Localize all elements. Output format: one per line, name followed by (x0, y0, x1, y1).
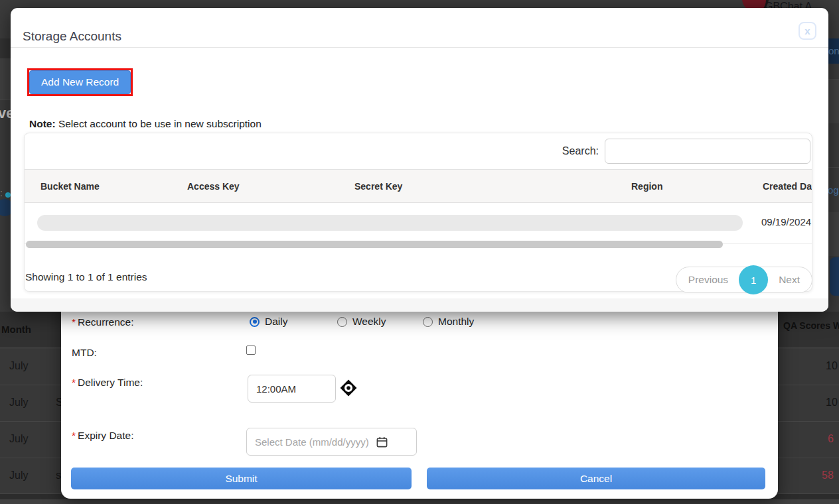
table-row: 58 (778, 458, 839, 494)
pagination-page-1[interactable]: 1 (739, 265, 768, 294)
search-row: Search: (25, 133, 812, 169)
pagination-previous[interactable]: Previous (676, 274, 740, 286)
table-row: July S (0, 385, 61, 422)
screen: GBChat A ve on og : Month July July S Ju… (0, 0, 839, 504)
column-header-secret-key[interactable]: Secret Key (339, 170, 615, 202)
radio-monthly-control[interactable] (423, 317, 433, 327)
add-new-record-button[interactable]: Add New Record (29, 70, 131, 94)
redacted-account-data (37, 215, 743, 231)
bg-table-header-month: Month (0, 312, 61, 348)
modal-footer (11, 298, 828, 312)
bg-divider (0, 99, 11, 100)
note-text: Note: Select account to be use in new su… (29, 118, 262, 130)
table-row: July (0, 422, 61, 458)
table-row: 10 (778, 349, 839, 385)
bg-dot-fragment (5, 192, 11, 198)
delivery-time-label: *Delivery Time: (72, 377, 143, 389)
table-row: 6 (778, 422, 839, 458)
column-header-access-key[interactable]: Access Key (171, 170, 339, 202)
expiry-date-input[interactable]: Select Date (mm/dd/yyyy) (246, 428, 417, 456)
bg-strip (0, 499, 839, 504)
search-label: Search: (562, 145, 599, 157)
subscription-form-modal: *Recurrence: Daily Weekly Monthly MTD: *… (61, 292, 778, 499)
showing-entries-text: Showing 1 to 1 of 1 entries (25, 271, 147, 283)
radio-daily-label: Daily (265, 316, 287, 328)
bg-divider (828, 167, 839, 168)
expiry-date-label: *Expiry Date: (72, 430, 133, 442)
created-date-cell: 09/19/2024 (761, 216, 811, 227)
bg-link-fragment: og (828, 184, 839, 196)
close-icon[interactable]: x (799, 22, 816, 40)
bg-band (0, 38, 11, 58)
delivery-time-input[interactable]: 12:00AM (248, 375, 336, 403)
bg-button-fragment: on (828, 38, 839, 64)
table-row: 10 (778, 385, 839, 422)
calendar-icon[interactable] (376, 436, 388, 448)
delivery-time-value: 12:00AM (256, 383, 296, 395)
time-picker-icon[interactable] (340, 379, 357, 397)
mtd-label: MTD: (72, 347, 97, 359)
bg-table-header-qa: QA Scores W (778, 312, 839, 348)
column-header-bucket-name[interactable]: Bucket Name (25, 170, 171, 202)
add-new-record-highlight: Add New Record (27, 68, 133, 96)
table-header-row: Bucket Name Access Key Secret Key Region… (25, 169, 812, 203)
table-row[interactable]: 09/19/2024 (25, 203, 812, 244)
bg-text-fragment: : (0, 188, 3, 198)
radio-weekly-control[interactable] (337, 317, 347, 327)
submit-button[interactable]: Submit (71, 468, 412, 489)
bg-button-fragment (830, 257, 839, 296)
note-label: Note: (29, 118, 56, 129)
bg-band (0, 58, 11, 99)
modal-header: Storage Accounts x (11, 8, 828, 48)
cancel-button[interactable]: Cancel (427, 468, 765, 489)
modal-title: Storage Accounts (23, 29, 121, 44)
table-row: July s (0, 458, 61, 494)
radio-monthly-label: Monthly (438, 316, 474, 328)
mtd-checkbox[interactable] (246, 346, 256, 355)
storage-accounts-modal: Storage Accounts x Add New Record Note: … (11, 8, 828, 312)
radio-monthly[interactable]: Monthly (423, 316, 474, 328)
column-header-created-date[interactable]: Created Date (747, 170, 812, 202)
horizontal-scrollbar[interactable] (26, 241, 723, 248)
bg-band (828, 80, 839, 123)
radio-daily[interactable]: Daily (250, 316, 287, 328)
required-asterisk: * (72, 377, 76, 388)
radio-daily-control[interactable] (250, 317, 260, 327)
search-input[interactable] (605, 139, 810, 164)
radio-weekly-label: Weekly (352, 316, 386, 328)
pagination: Previous 1 Next (676, 267, 812, 293)
recurrence-label: *Recurrence: (72, 316, 133, 328)
column-header-region[interactable]: Region (615, 170, 747, 202)
bg-band (828, 212, 839, 256)
table-row: July (0, 349, 61, 385)
expiry-date-placeholder: Select Date (mm/dd/yyyy) (255, 436, 369, 448)
bg-divider (828, 79, 839, 80)
required-asterisk: * (72, 430, 76, 441)
required-asterisk: * (72, 316, 76, 328)
pagination-next[interactable]: Next (767, 274, 812, 286)
radio-weekly[interactable]: Weekly (337, 316, 386, 328)
